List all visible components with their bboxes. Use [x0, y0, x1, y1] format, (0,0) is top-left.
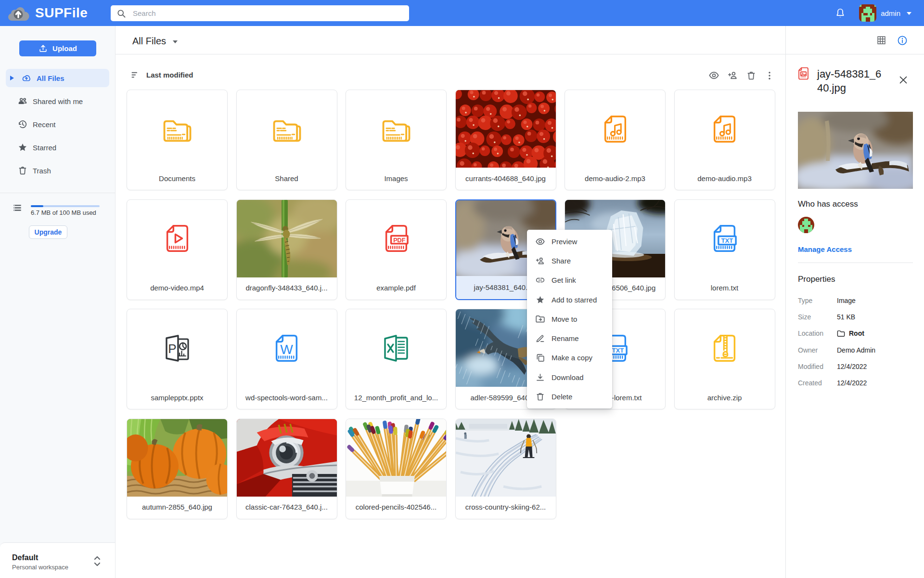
svg-text:TXT: TXT	[612, 347, 624, 354]
svg-text:TXT: TXT	[721, 237, 733, 244]
svg-text:PDF: PDF	[393, 237, 406, 244]
svg-text:W: W	[280, 342, 293, 356]
svg-text:P: P	[168, 342, 176, 356]
